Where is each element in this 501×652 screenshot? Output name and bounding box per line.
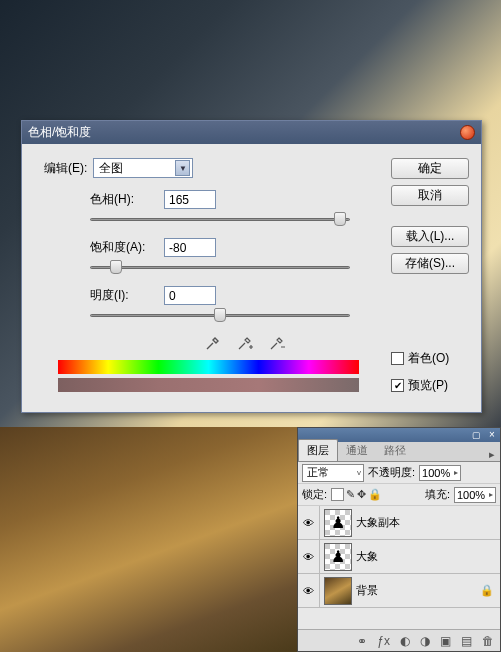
layer-item[interactable]: 👁 背景 🔒 [298,574,500,608]
saturation-slider[interactable] [90,259,350,276]
colorize-label: 着色(O) [408,350,449,367]
hue-saturation-dialog: 色相/饱和度 编辑(E): 全图 ▼ 色相(H): 饱和度(A): [21,120,482,413]
panel-close-icon[interactable]: × [487,430,497,440]
hue-slider[interactable] [90,211,350,228]
preview-checkbox[interactable]: ✔ [391,379,404,392]
close-icon[interactable] [460,125,475,140]
tab-paths[interactable]: 路径 [376,440,414,461]
blend-mode-value: 正常 [307,465,329,480]
load-button[interactable]: 载入(L)... [391,226,469,247]
adjustment-layer-icon[interactable]: ◑ [420,634,430,648]
background-image-bottom [0,427,297,652]
lock-all-icon[interactable]: 🔒 [368,488,382,501]
fill-label: 填充: [425,487,450,502]
preview-label: 预览(P) [408,377,448,394]
layer-name: 大象 [356,549,378,564]
visibility-eye-icon[interactable]: 👁 [298,574,320,608]
layer-item[interactable]: 👁 ♟ 大象 [298,540,500,574]
lightness-slider[interactable] [90,307,350,324]
hue-input[interactable] [164,190,216,209]
edit-select-value: 全图 [99,160,123,177]
layer-thumbnail: ♟ [324,509,352,537]
edit-label: 编辑(E): [44,160,87,177]
eyedropper-add-icon[interactable] [236,334,254,352]
fill-input[interactable]: 100% ▸ [454,487,496,503]
eyedropper-icon[interactable] [204,334,222,352]
opacity-value: 100% [422,467,450,479]
chevron-right-icon: ▸ [454,468,458,477]
opacity-label: 不透明度: [368,465,415,480]
edit-select[interactable]: 全图 ▼ [93,158,193,178]
blend-mode-select[interactable]: 正常 v [302,464,364,482]
ok-button[interactable]: 确定 [391,158,469,179]
chevron-down-icon: ▼ [175,160,190,176]
visibility-eye-icon[interactable]: 👁 [298,540,320,574]
dialog-titlebar[interactable]: 色相/饱和度 [22,121,481,144]
chevron-right-icon: ▸ [489,490,493,499]
colorize-checkbox[interactable] [391,352,404,365]
layer-name: 大象副本 [356,515,400,530]
saturation-label: 饱和度(A): [90,239,152,256]
tab-channels[interactable]: 通道 [338,440,376,461]
opacity-input[interactable]: 100% ▸ [419,465,461,481]
chevron-down-icon: v [357,468,361,477]
layer-name: 背景 [356,583,378,598]
layer-thumbnail [324,577,352,605]
link-layers-icon[interactable]: ⚭ [357,634,367,648]
layer-style-icon[interactable]: ƒx [377,634,390,648]
dialog-title: 色相/饱和度 [28,124,91,141]
result-spectrum-strip [58,378,359,392]
delete-layer-icon[interactable]: 🗑 [482,634,494,648]
lock-position-icon[interactable]: ✥ [357,488,366,501]
layers-panel-footer: ⚭ ƒx ◐ ◑ ▣ ▤ 🗑 [298,629,500,651]
group-icon[interactable]: ▣ [440,634,451,648]
tab-layers[interactable]: 图层 [298,439,338,461]
visibility-eye-icon[interactable]: 👁 [298,506,320,540]
new-layer-icon[interactable]: ▤ [461,634,472,648]
lock-icon: 🔒 [480,584,494,597]
layer-item[interactable]: 👁 ♟ 大象副本 [298,506,500,540]
layer-thumbnail: ♟ [324,543,352,571]
lightness-input[interactable] [164,286,216,305]
lock-label: 锁定: [302,487,327,502]
hue-label: 色相(H): [90,191,152,208]
lightness-label: 明度(I): [90,287,152,304]
panel-minimize-icon[interactable]: ▢ [472,430,481,440]
layers-panel: ▢ × 图层 通道 路径 ▸ 正常 v 不透明度: 100% ▸ 锁定: ✎ ✥… [297,427,501,652]
saturation-input[interactable] [164,238,216,257]
eyedropper-subtract-icon[interactable] [268,334,286,352]
lock-pixels-icon[interactable]: ✎ [346,488,355,501]
hue-spectrum-strip [58,360,359,374]
panel-menu-icon[interactable]: ▸ [484,448,500,461]
lock-transparency-icon[interactable] [331,488,344,501]
fill-value: 100% [457,489,485,501]
layer-mask-icon[interactable]: ◐ [400,634,410,648]
cancel-button[interactable]: 取消 [391,185,469,206]
save-button[interactable]: 存储(S)... [391,253,469,274]
